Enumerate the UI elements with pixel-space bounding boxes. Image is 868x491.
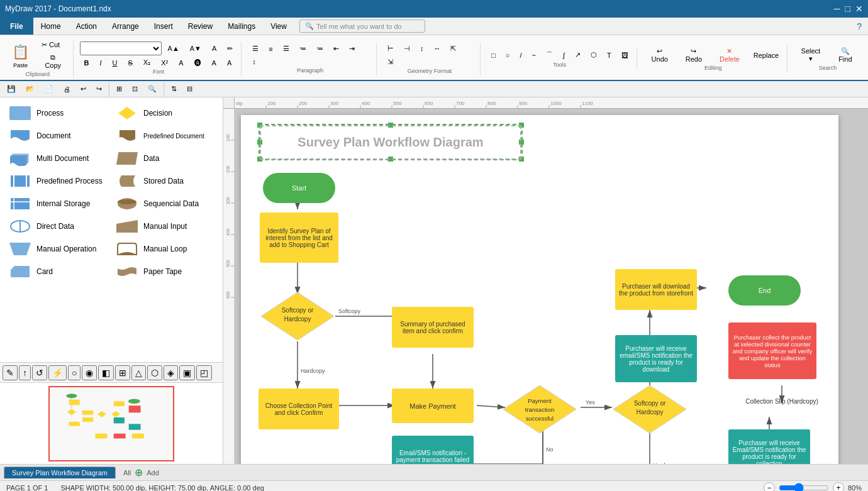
btool-8[interactable]: ⊞ bbox=[115, 365, 130, 380]
geo-btn4[interactable]: ↔ bbox=[429, 43, 445, 55]
replace-button[interactable]: Replace bbox=[749, 50, 783, 61]
underline-button[interactable]: U bbox=[108, 57, 122, 69]
node-emailfail[interactable]: Email/SMS notification - payment transac… bbox=[392, 436, 474, 464]
connector-tool[interactable]: ↗ bbox=[570, 48, 585, 62]
menu-arrange[interactable]: Arrange bbox=[104, 18, 147, 35]
shape-predef-doc[interactable]: Predefined Document bbox=[112, 125, 218, 146]
qa-redo[interactable]: ↪ bbox=[92, 83, 106, 95]
shape-seq[interactable]: Sequencial Data bbox=[112, 193, 218, 214]
tab-add-label[interactable]: Add bbox=[147, 469, 159, 477]
zoom-slider[interactable] bbox=[779, 483, 829, 492]
menu-search[interactable]: 🔍 Tell me what you want to do bbox=[299, 19, 425, 33]
arc-tool[interactable]: ⌒ bbox=[542, 48, 557, 62]
shape-direct[interactable]: Direct Data bbox=[5, 216, 111, 237]
tab-all[interactable]: All bbox=[123, 469, 131, 477]
curve-tool[interactable]: ~ bbox=[527, 48, 540, 62]
btool-7[interactable]: ◧ bbox=[98, 365, 114, 380]
font-highlight[interactable]: ✏ bbox=[223, 43, 237, 55]
shape-card[interactable]: Card bbox=[5, 261, 111, 282]
shape-decision[interactable]: Decision bbox=[112, 102, 218, 124]
text-tool[interactable]: T bbox=[603, 48, 616, 62]
geo-btn1[interactable]: ⊢ bbox=[383, 43, 398, 55]
node-payment[interactable]: Make Payment bbox=[392, 389, 474, 423]
btool-3[interactable]: ↺ bbox=[32, 365, 47, 380]
qa-undo[interactable]: ↩ bbox=[76, 83, 91, 95]
bullet-list[interactable]: ≔ bbox=[295, 43, 311, 55]
zoom-in-btn[interactable]: + bbox=[833, 482, 844, 492]
qa-search2[interactable]: 🔍 bbox=[143, 83, 161, 95]
geo-btn6[interactable]: ⇲ bbox=[383, 56, 398, 68]
btool-1[interactable]: ✎ bbox=[3, 365, 18, 380]
font-fill[interactable]: A bbox=[174, 57, 187, 69]
menu-review[interactable]: Review bbox=[181, 18, 220, 35]
help-button[interactable]: ? bbox=[850, 18, 868, 35]
font-shadow[interactable]: A bbox=[208, 57, 221, 69]
cut-button[interactable]: ✂ Cut bbox=[37, 39, 69, 51]
btool-13[interactable]: ◰ bbox=[196, 365, 212, 380]
find-button[interactable]: 🔍 Find bbox=[829, 45, 862, 65]
canvas-area[interactable]: dip 100 200 300 400 500 bbox=[223, 97, 868, 464]
align-right[interactable]: ☰ bbox=[279, 43, 294, 55]
node-identify[interactable]: Identify Survey Plan of interest from th… bbox=[260, 212, 338, 263]
qa-open[interactable]: 📂 bbox=[21, 83, 39, 95]
para-spacing[interactable]: ↕ bbox=[248, 56, 260, 67]
btool-9[interactable]: △ bbox=[131, 365, 146, 380]
btool-4[interactable]: ⚡ bbox=[48, 365, 67, 380]
redo-button[interactable]: ↪ Redo bbox=[677, 45, 710, 65]
shape-internal[interactable]: Internal Storage bbox=[5, 193, 111, 214]
node-softhard1[interactable]: Softcopy or Hardcopy bbox=[260, 291, 335, 341]
font-border[interactable]: 🅐 bbox=[190, 57, 206, 69]
btool-10[interactable]: ⬡ bbox=[147, 365, 162, 380]
zoom-out-btn[interactable]: − bbox=[764, 482, 775, 492]
qa-filter[interactable]: ⊟ bbox=[182, 83, 197, 95]
align-center[interactable]: ≡ bbox=[264, 43, 277, 55]
node-softhard2[interactable]: Softcopy or Hardcopy bbox=[612, 384, 687, 434]
node-payok[interactable]: Payment transaction successful bbox=[502, 384, 577, 434]
tab-add-icon[interactable]: ⊕ bbox=[135, 466, 143, 478]
menu-mailings[interactable]: Mailings bbox=[220, 18, 263, 35]
font-family-select[interactable] bbox=[80, 41, 162, 55]
shape-data[interactable]: Data bbox=[112, 148, 218, 169]
strike-button[interactable]: S bbox=[124, 57, 137, 69]
indent-less[interactable]: ⇤ bbox=[329, 43, 343, 55]
select-button[interactable]: Select ▾ bbox=[794, 45, 828, 65]
btool-2[interactable]: ↑ bbox=[19, 365, 31, 380]
shapes-scroll[interactable]: Process Decision Document bbox=[0, 97, 223, 362]
shape-paper-tape[interactable]: Paper Tape bbox=[112, 261, 218, 282]
line-tool[interactable]: / bbox=[515, 48, 526, 62]
italic-button[interactable]: I bbox=[96, 57, 106, 69]
paste-button[interactable]: 📋 bbox=[6, 42, 35, 62]
bold-button[interactable]: B bbox=[80, 57, 94, 69]
image-tool[interactable]: 🖼 bbox=[617, 48, 633, 62]
num-list[interactable]: ≔ bbox=[312, 43, 328, 55]
qa-save[interactable]: 💾 bbox=[3, 83, 20, 95]
shape-predef-proc[interactable]: Predefined Process bbox=[5, 170, 111, 192]
shape-manual-input[interactable]: Manual Input bbox=[112, 216, 218, 237]
oval-tool[interactable]: ○ bbox=[501, 48, 515, 62]
poly-tool[interactable]: ⬡ bbox=[586, 48, 601, 62]
maximize-btn[interactable]: □ bbox=[845, 4, 850, 14]
node-start[interactable]: Start bbox=[263, 173, 335, 203]
subscript-button[interactable]: X₂ bbox=[139, 57, 155, 69]
btool-5[interactable]: ○ bbox=[68, 365, 81, 380]
qa-print[interactable]: 🖨 bbox=[59, 84, 75, 95]
align-left[interactable]: ☰ bbox=[248, 43, 263, 55]
undo-button[interactable]: ↩ Undo bbox=[643, 45, 676, 65]
node-purchdl[interactable]: Purchaser will download the product from… bbox=[615, 269, 697, 310]
shape-process[interactable]: Process bbox=[5, 102, 111, 124]
node-summary[interactable]: Summary of purchased item and click conf… bbox=[392, 307, 474, 348]
qa-sort[interactable]: ⇅ bbox=[167, 83, 181, 95]
btool-6[interactable]: ◉ bbox=[82, 365, 97, 380]
node-end[interactable]: End bbox=[728, 275, 801, 306]
qa-grid[interactable]: ⊞ bbox=[112, 83, 126, 95]
font-size-down[interactable]: A▼ bbox=[186, 43, 206, 54]
node-emailsms2[interactable]: Purchaser will receive Email/SMS notific… bbox=[728, 429, 810, 464]
btool-11[interactable]: ◈ bbox=[164, 365, 178, 380]
node-purchcollect[interactable]: Purchaser collect the product at selecte… bbox=[728, 323, 816, 379]
menu-file[interactable]: File bbox=[0, 18, 33, 35]
btool-12[interactable]: ▣ bbox=[179, 365, 195, 380]
qa-new[interactable]: 📄 bbox=[40, 83, 58, 95]
diagram-canvas[interactable]: Softcopy Hardcopy Yes bbox=[241, 115, 838, 464]
menu-view[interactable]: View bbox=[263, 18, 294, 35]
menu-action[interactable]: Action bbox=[69, 18, 104, 35]
